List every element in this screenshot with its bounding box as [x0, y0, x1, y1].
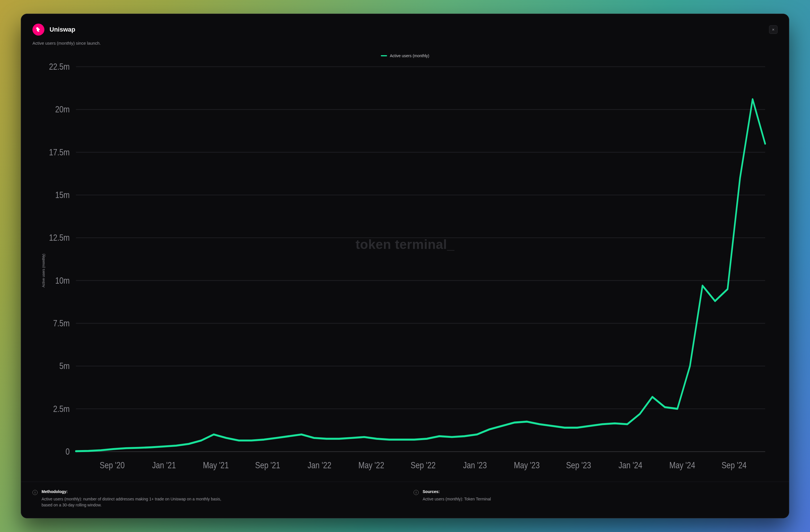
header: Uniswap × [21, 14, 789, 36]
app-window: Uniswap × Active users (monthly) since l… [21, 14, 789, 518]
svg-text:0: 0 [65, 447, 70, 456]
svg-text:Jan '22: Jan '22 [308, 460, 331, 470]
svg-text:Jan '24: Jan '24 [618, 460, 642, 470]
chart-legend: Active users (monthly) [21, 46, 789, 59]
svg-text:Sep '20: Sep '20 [100, 460, 125, 470]
svg-text:5m: 5m [60, 361, 70, 371]
info-icon: i [32, 490, 37, 495]
svg-text:22.5m: 22.5m [49, 62, 70, 72]
info-icon: i [414, 490, 419, 495]
svg-text:10m: 10m [55, 276, 70, 285]
svg-text:7.5m: 7.5m [53, 318, 70, 328]
footer: i Methodology: Active users (monthly): n… [21, 482, 789, 518]
svg-text:15m: 15m [55, 190, 70, 200]
footer-methodology: i Methodology: Active users (monthly): n… [32, 489, 396, 508]
close-button[interactable]: × [769, 25, 778, 34]
svg-text:2.5m: 2.5m [53, 404, 70, 414]
methodology-body: Active users (monthly): number of distin… [42, 496, 224, 508]
svg-text:May '22: May '22 [358, 460, 384, 470]
svg-text:Sep '24: Sep '24 [722, 460, 747, 470]
chart-subtitle: Active users (monthly) since launch. [21, 36, 789, 46]
legend-swatch-icon [381, 55, 387, 56]
methodology-title: Methodology: [42, 489, 224, 494]
uniswap-logo-icon [32, 23, 44, 36]
svg-text:Jan '23: Jan '23 [463, 460, 487, 470]
svg-text:May '24: May '24 [669, 460, 695, 470]
chart-svg: 02.5m5m7.5m10m12.5m15m17.5m20m22.5mSep '… [32, 59, 778, 482]
svg-text:17.5m: 17.5m [49, 147, 70, 157]
sources-title: Sources: [423, 489, 491, 494]
svg-text:Jan '21: Jan '21 [152, 460, 176, 470]
sources-body: Active users (monthly): Token Terminal [423, 496, 491, 502]
svg-text:20m: 20m [55, 104, 70, 114]
svg-text:Sep '22: Sep '22 [411, 460, 436, 470]
svg-text:May '23: May '23 [514, 460, 540, 470]
y-axis-label: Active users (monthly) [42, 253, 46, 287]
svg-text:May '21: May '21 [203, 460, 229, 470]
svg-text:Sep '23: Sep '23 [566, 460, 591, 470]
svg-text:12.5m: 12.5m [49, 233, 70, 243]
footer-sources: i Sources: Active users (monthly): Token… [414, 489, 778, 508]
svg-text:Sep '21: Sep '21 [255, 460, 280, 470]
chart-area: token terminal Active users (monthly) 02… [21, 59, 789, 482]
close-icon: × [772, 27, 775, 32]
project-name: Uniswap [50, 26, 75, 33]
legend-series-label: Active users (monthly) [390, 53, 429, 58]
